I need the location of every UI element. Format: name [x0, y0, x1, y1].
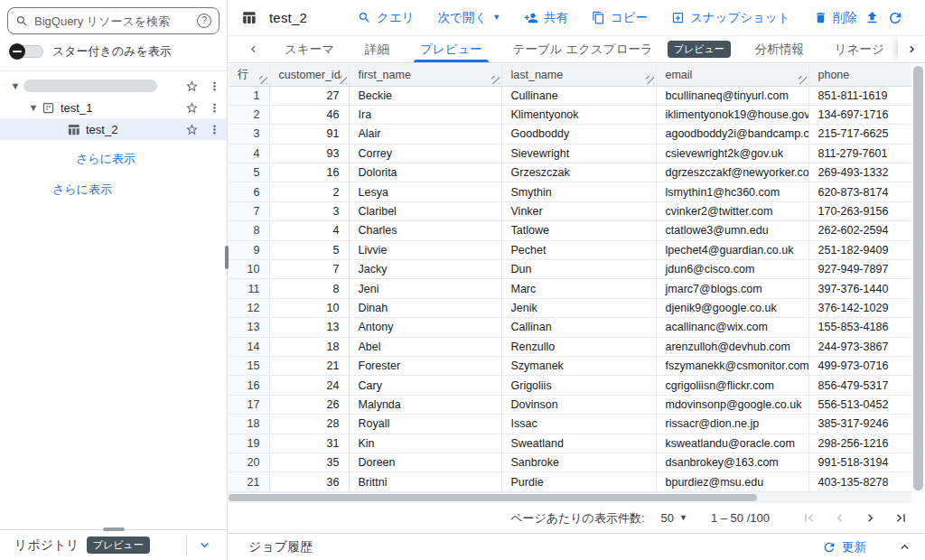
horizontal-scrollbar-thumb[interactable] [229, 494, 757, 501]
cell-customer-id: 2 [269, 182, 349, 201]
page-size-dropdown[interactable]: 50 ▼ [661, 511, 687, 525]
cell-phone: 251-182-9409 [808, 240, 911, 259]
last-page-icon [893, 510, 909, 526]
cell-last-name: Issac [501, 415, 656, 434]
cell-first-name: Ira [349, 105, 501, 124]
sidebar-resize-handle[interactable] [225, 246, 229, 269]
cell-last-name: Purdie [501, 472, 656, 491]
cell-email: jmarc7@blogs.com [656, 279, 808, 298]
cell-customer-id: 3 [269, 201, 349, 220]
star-icon[interactable] [185, 123, 199, 136]
chevron-down-icon[interactable] [187, 537, 221, 553]
share-button[interactable]: 共有 [524, 10, 568, 26]
job-history-refresh-button[interactable]: 更新 [822, 539, 866, 555]
query-button[interactable]: クエリ [358, 10, 414, 26]
horizontal-scrollbar[interactable] [229, 492, 911, 503]
cell-first-name: Forester [349, 356, 501, 375]
page-title: test_2 [269, 10, 307, 25]
vertical-scrollbar[interactable] [911, 64, 925, 492]
panel-drag-handle[interactable] [103, 527, 125, 531]
more-vert-icon[interactable] [208, 123, 221, 136]
tab-lineage[interactable]: リネージ [819, 36, 900, 62]
copy-button[interactable]: コピー [592, 10, 648, 26]
tab-table-explorer[interactable]: テーブル エクスプローラ [498, 36, 660, 62]
cell-phone: 499-973-0716 [808, 356, 911, 375]
cell-first-name: Royall [349, 415, 501, 434]
cell-email: dsanbrokey@163.com [656, 453, 808, 471]
starred-only-label: スター付きのみを表示 [52, 43, 172, 60]
cell-customer-id: 4 [269, 221, 349, 240]
cell-row: 6 [229, 182, 269, 201]
star-icon[interactable] [185, 79, 199, 93]
refresh-icon [822, 540, 836, 555]
tab-schema[interactable]: スキーマ [269, 36, 350, 62]
cell-customer-id: 13 [269, 318, 349, 337]
last-page-button[interactable] [885, 510, 916, 526]
table-row: 246IraKlimentyonokiklimentyonok19@house.… [229, 105, 911, 124]
show-more-datasets-link[interactable]: さらに表示 [52, 182, 227, 198]
tabs-scroll-right-button[interactable] [898, 36, 925, 61]
prev-page-button[interactable] [824, 510, 855, 526]
cell-customer-id: 16 [269, 163, 349, 182]
snapshot-button[interactable]: スナップショット [671, 10, 790, 26]
job-history-bar[interactable]: ジョブ履歴 更新 [229, 533, 925, 560]
help-icon[interactable]: ? [197, 14, 211, 28]
cell-row: 1 [229, 86, 269, 105]
repository-panel-header[interactable]: リポジトリ プレビュー [0, 529, 227, 560]
cell-phone: 851-811-1619 [808, 86, 911, 105]
cell-row: 3 [229, 125, 269, 144]
cell-row: 8 [229, 221, 269, 240]
tabs-scroll-left-button[interactable] [238, 36, 269, 62]
refresh-icon [887, 10, 903, 26]
column-resize-handle[interactable] [339, 76, 347, 84]
repository-preview-badge: プレビュー [87, 537, 150, 554]
export-button[interactable] [864, 10, 880, 25]
cell-first-name: Charles [349, 221, 501, 240]
cell-last-name: Dovinson [501, 395, 656, 414]
expand-arrow-icon[interactable]: ▼ [25, 102, 42, 113]
refresh-button[interactable] [887, 10, 903, 26]
cell-email: bpurdiez@msu.edu [656, 472, 808, 491]
star-icon[interactable] [185, 101, 199, 115]
chevron-up-icon [897, 539, 912, 555]
detail-tabbar: スキーマ 詳細 プレビュー テーブル エクスプローラ プレビュー 分析情報 リネ… [229, 36, 925, 63]
more-vert-icon[interactable] [208, 101, 221, 115]
column-resize-handle[interactable] [799, 76, 807, 84]
first-page-button[interactable] [793, 510, 824, 526]
column-resize-handle[interactable] [491, 76, 500, 84]
table-row: 1521ForesterSzymanekfszymanekk@csmonitor… [229, 356, 911, 375]
next-page-button[interactable] [855, 510, 885, 526]
table-row: 1313AntonyCallinanacallinanc@wix.com155-… [229, 318, 911, 337]
open-in-button[interactable]: 次で開く ▼ [438, 10, 501, 26]
cell-last-name: Grzeszczak [501, 163, 656, 182]
cell-last-name: Dun [501, 260, 656, 279]
cell-last-name: Klimentyonok [501, 105, 656, 124]
tab-details[interactable]: 詳細 [350, 36, 405, 62]
starred-only-toggle[interactable] [9, 44, 45, 59]
cell-row: 13 [229, 318, 269, 337]
tab-preview[interactable]: プレビュー [405, 36, 498, 62]
snapshot-icon [671, 11, 685, 24]
vertical-scrollbar-thumb[interactable] [913, 66, 923, 490]
bigquery-console: ? スター付きのみを表示 ▼ [0, 0, 925, 560]
resource-search-box[interactable]: ? [7, 7, 220, 34]
more-vert-icon[interactable] [208, 79, 221, 93]
cell-customer-id: 93 [269, 144, 349, 163]
cell-email: iklimentyonok19@house.gov [656, 105, 808, 124]
first-page-icon [801, 510, 817, 526]
column-resize-handle[interactable] [646, 76, 654, 84]
show-more-tables-link[interactable]: さらに表示 [76, 151, 227, 167]
table-detail-panel: test_2 クエリ 次で開く ▼ 共有 コピー [229, 0, 925, 560]
cell-row: 10 [229, 260, 269, 279]
expand-arrow-icon[interactable]: ▼ [7, 80, 23, 91]
tree-row-dataset[interactable]: ▼ test_1 [0, 97, 227, 118]
tree-row-table-selected[interactable]: test_2 [0, 118, 227, 140]
delete-button[interactable]: 削除 [814, 10, 857, 26]
column-resize-handle[interactable] [259, 76, 267, 84]
tree-row-project[interactable]: ▼ [0, 75, 227, 97]
cell-customer-id: 7 [269, 260, 349, 279]
tab-insights[interactable]: 分析情報 [740, 36, 819, 62]
search-input[interactable] [34, 14, 192, 28]
collapse-panel-button[interactable] [897, 539, 912, 555]
cell-customer-id: 24 [269, 376, 349, 395]
